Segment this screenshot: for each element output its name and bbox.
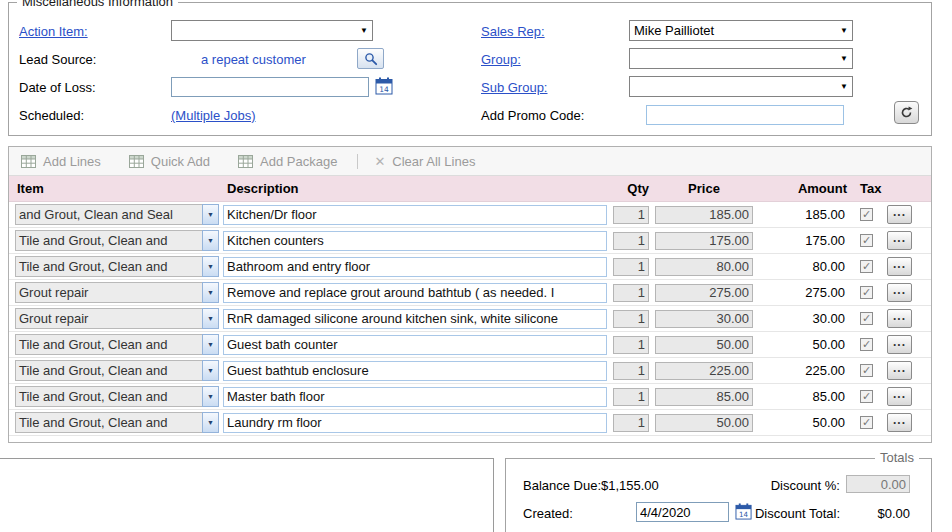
chevron-down-icon[interactable]: ▼	[202, 204, 219, 225]
line-items-panel: Add Lines Quick Add Add Package ✕ Clear …	[8, 146, 932, 443]
table-row: Tile and Grout, Clean and ▼ 85.00 ✓ ...	[9, 384, 931, 410]
item-select[interactable]: Tile and Grout, Clean and ▼	[15, 230, 219, 251]
item-select[interactable]: Grout repair ▼	[15, 308, 219, 329]
checkmark-icon: ✓	[862, 287, 871, 298]
price-input[interactable]	[655, 414, 753, 432]
table-grid-icon	[21, 155, 36, 168]
qty-input[interactable]	[613, 284, 649, 302]
description-input[interactable]	[223, 231, 607, 251]
toolbar-separator	[357, 154, 358, 169]
price-input[interactable]	[655, 284, 753, 302]
description-input[interactable]	[223, 335, 607, 355]
description-input[interactable]	[223, 387, 607, 407]
promo-code-apply-button[interactable]	[894, 101, 919, 124]
add-package-button[interactable]: Add Package	[238, 154, 337, 169]
price-input[interactable]	[655, 206, 753, 224]
chevron-down-icon[interactable]: ▼	[202, 360, 219, 381]
item-select[interactable]: Tile and Grout, Clean and ▼	[15, 256, 219, 277]
price-input[interactable]	[655, 258, 753, 276]
group-select[interactable]: ▼	[629, 48, 853, 69]
table-row: Tile and Grout, Clean and ▼ 225.00 ✓ ...	[9, 358, 931, 384]
price-input[interactable]	[655, 388, 753, 406]
sub-group-label[interactable]: Sub Group:	[481, 80, 548, 95]
row-options-button[interactable]: ...	[887, 413, 912, 432]
chevron-down-icon[interactable]: ▼	[202, 230, 219, 251]
tax-checkbox[interactable]: ✓	[860, 286, 873, 299]
chevron-down-icon[interactable]: ▼	[202, 412, 219, 433]
description-input[interactable]	[223, 283, 607, 303]
scheduled-label: Scheduled:	[19, 108, 84, 123]
qty-input[interactable]	[613, 232, 649, 250]
lead-source-search-button[interactable]	[357, 48, 384, 69]
qty-input[interactable]	[613, 414, 649, 432]
sales-rep-select[interactable]: Mike Pailliotet ▼	[629, 20, 853, 41]
sales-rep-label[interactable]: Sales Rep:	[481, 24, 545, 39]
tax-checkbox[interactable]: ✓	[860, 364, 873, 377]
item-select[interactable]: Tile and Grout, Clean and ▼	[15, 360, 219, 381]
table-row: Tile and Grout, Clean and ▼ 175.00 ✓ ...	[9, 228, 931, 254]
qty-input[interactable]	[613, 310, 649, 328]
row-options-button[interactable]: ...	[887, 361, 912, 380]
price-input[interactable]	[655, 310, 753, 328]
row-options-button[interactable]: ...	[887, 205, 912, 224]
amount-value: 185.00	[753, 207, 847, 222]
qty-input[interactable]	[613, 336, 649, 354]
group-label[interactable]: Group:	[481, 52, 521, 67]
qty-input[interactable]	[613, 206, 649, 224]
item-select[interactable]: Tile and Grout, Clean and ▼	[15, 386, 219, 407]
row-options-button[interactable]: ...	[887, 231, 912, 250]
row-options-button[interactable]: ...	[887, 283, 912, 302]
tax-checkbox[interactable]: ✓	[860, 390, 873, 403]
add-lines-label: Add Lines	[43, 154, 101, 169]
price-input[interactable]	[655, 362, 753, 380]
row-options-button[interactable]: ...	[887, 257, 912, 276]
checkmark-icon: ✓	[862, 235, 871, 246]
chevron-down-icon[interactable]: ▼	[202, 256, 219, 277]
tax-checkbox[interactable]: ✓	[860, 234, 873, 247]
qty-input[interactable]	[613, 362, 649, 380]
created-date-input[interactable]	[636, 502, 729, 522]
tax-checkbox[interactable]: ✓	[860, 338, 873, 351]
row-options-button[interactable]: ...	[887, 387, 912, 406]
qty-input[interactable]	[613, 258, 649, 276]
tax-checkbox[interactable]: ✓	[860, 416, 873, 429]
calendar-icon: 14	[375, 83, 394, 98]
action-item-select[interactable]: ▼	[171, 20, 373, 41]
sub-group-select[interactable]: ▼	[629, 76, 853, 97]
description-input[interactable]	[223, 257, 607, 277]
row-options-button[interactable]: ...	[887, 309, 912, 328]
line-items-body: and Grout, Clean and Seal ▼ 185.00 ✓ ...…	[9, 202, 931, 436]
tax-checkbox[interactable]: ✓	[860, 312, 873, 325]
add-lines-button[interactable]: Add Lines	[21, 154, 101, 169]
lead-source-value[interactable]: a repeat customer	[201, 52, 306, 67]
description-input[interactable]	[223, 361, 607, 381]
tax-checkbox[interactable]: ✓	[860, 260, 873, 273]
amount-value: 80.00	[753, 259, 847, 274]
price-input[interactable]	[655, 232, 753, 250]
chevron-down-icon[interactable]: ▼	[202, 308, 219, 329]
row-options-button[interactable]: ...	[887, 335, 912, 354]
description-input[interactable]	[223, 413, 607, 433]
clear-all-lines-button[interactable]: ✕ Clear All Lines	[374, 154, 475, 169]
description-input[interactable]	[223, 309, 607, 329]
item-select[interactable]: and Grout, Clean and Seal ▼	[15, 204, 219, 225]
quick-add-button[interactable]: Quick Add	[129, 154, 210, 169]
qty-input[interactable]	[613, 388, 649, 406]
item-select[interactable]: Tile and Grout, Clean and ▼	[15, 334, 219, 355]
discount-percent-input[interactable]	[846, 475, 910, 493]
action-item-label[interactable]: Action Item:	[19, 24, 88, 39]
item-select-value: Grout repair	[15, 282, 202, 303]
item-select[interactable]: Tile and Grout, Clean and ▼	[15, 412, 219, 433]
date-of-loss-input[interactable]	[171, 77, 369, 97]
description-input[interactable]	[223, 205, 607, 225]
chevron-down-icon[interactable]: ▼	[202, 386, 219, 407]
chevron-down-icon[interactable]: ▼	[202, 282, 219, 303]
chevron-down-icon[interactable]: ▼	[202, 334, 219, 355]
promo-code-input[interactable]	[646, 105, 844, 125]
line-items-toolbar: Add Lines Quick Add Add Package ✕ Clear …	[9, 147, 931, 176]
tax-checkbox[interactable]: ✓	[860, 208, 873, 221]
date-of-loss-calendar-button[interactable]: 14	[375, 77, 394, 95]
scheduled-multiple-jobs-link[interactable]: (Multiple Jobs)	[171, 108, 256, 123]
price-input[interactable]	[655, 336, 753, 354]
item-select[interactable]: Grout repair ▼	[15, 282, 219, 303]
